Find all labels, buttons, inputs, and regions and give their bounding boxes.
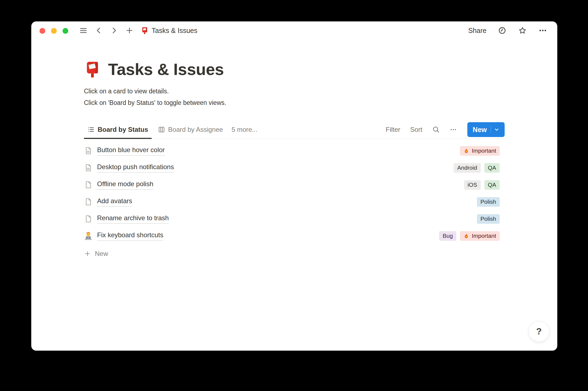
task-row[interactable]: Button blue hover color Important xyxy=(84,142,505,159)
sort-button[interactable]: Sort xyxy=(410,126,422,133)
page-postbox-emoji[interactable] xyxy=(84,61,101,78)
tab-label: Board by Assignee xyxy=(168,126,223,133)
more-options-icon[interactable] xyxy=(538,26,547,35)
filter-button[interactable]: Filter xyxy=(386,126,400,133)
tab-board-by-status[interactable]: Board by Status xyxy=(84,121,152,139)
page-blank-icon xyxy=(84,215,93,223)
task-list: Button blue hover color Important Deskto… xyxy=(84,142,505,262)
tag-polish[interactable]: Polish xyxy=(477,214,500,224)
tab-more-views[interactable]: 5 more... xyxy=(230,121,259,139)
tag-label: Important xyxy=(472,147,496,154)
add-new-task-button[interactable]: New xyxy=(84,245,505,262)
close-window-button[interactable] xyxy=(39,28,45,34)
page-blank-icon xyxy=(84,198,93,206)
help-button[interactable]: ? xyxy=(528,321,549,342)
tag-label: Polish xyxy=(480,216,496,222)
tag-label: Polish xyxy=(480,199,496,205)
add-new-task-label: New xyxy=(95,250,108,258)
search-icon[interactable] xyxy=(432,126,440,133)
task-row[interactable]: Offline mode polish iOS QA xyxy=(84,176,505,193)
flame-icon xyxy=(463,233,470,239)
task-row[interactable]: Add avatars Polish xyxy=(84,193,505,210)
page-with-text-icon xyxy=(84,147,93,155)
tag-label: Important xyxy=(472,233,496,239)
tag-polish[interactable]: Polish xyxy=(477,197,500,207)
titlebar-page-title[interactable]: Tasks & Issues xyxy=(152,27,197,35)
tag-label: QA xyxy=(488,164,496,171)
new-tab-plus-icon[interactable] xyxy=(125,26,134,35)
new-button-label: New xyxy=(473,126,491,134)
new-button[interactable]: New xyxy=(467,122,505,137)
tag-important[interactable]: Important xyxy=(460,231,500,241)
page-with-text-icon xyxy=(84,164,93,172)
history-clock-icon[interactable] xyxy=(497,26,507,35)
task-title[interactable]: Fix keyboard shortcuts xyxy=(97,231,163,241)
task-title[interactable]: Add avatars xyxy=(97,197,132,207)
page-description: Click on a card to view details. Click o… xyxy=(84,85,505,108)
description-line-1: Click on a card to view details. xyxy=(84,85,505,97)
page-title[interactable]: Tasks & Issues xyxy=(108,60,224,79)
task-title[interactable]: Rename archive to trash xyxy=(97,214,169,224)
tab-label: Board by Status xyxy=(98,126,148,133)
favorite-star-icon[interactable] xyxy=(518,26,527,35)
task-row[interactable]: Fix keyboard shortcuts Bug Important xyxy=(84,227,505,244)
tab-board-by-assignee[interactable]: Board by Assignee xyxy=(154,121,227,139)
page-content: Tasks & Issues Click on a card to view d… xyxy=(31,60,557,262)
page-postbox-icon xyxy=(141,27,148,34)
task-row[interactable]: Desktop push notifications Android QA xyxy=(84,159,505,176)
list-view-icon xyxy=(87,126,95,133)
page-blank-icon xyxy=(84,181,93,189)
tag-label: QA xyxy=(488,181,496,188)
tag-label: iOS xyxy=(468,181,477,188)
titlebar: Tasks & Issues Share xyxy=(31,21,557,40)
tag-bug[interactable]: Bug xyxy=(439,231,456,241)
flame-icon xyxy=(463,148,470,154)
tag-important[interactable]: Important xyxy=(460,146,500,156)
tag-label: Bug xyxy=(443,233,453,239)
plus-icon xyxy=(84,250,91,257)
view-toolbar: Board by Status Board by Assignee 5 more… xyxy=(84,121,505,139)
window-controls xyxy=(39,28,68,34)
tag-android[interactable]: Android xyxy=(454,163,480,173)
view-tabs: Board by Status Board by Assignee 5 more… xyxy=(84,121,259,139)
share-button[interactable]: Share xyxy=(468,27,487,35)
description-line-2: Click on 'Board by Status' to toggle bet… xyxy=(84,97,505,108)
task-title[interactable]: Desktop push notifications xyxy=(97,163,174,173)
tag-ios[interactable]: iOS xyxy=(464,180,481,190)
tag-qa[interactable]: QA xyxy=(484,163,500,173)
task-row[interactable]: Rename archive to trash Polish xyxy=(84,210,505,227)
task-title[interactable]: Offline mode polish xyxy=(97,180,153,190)
view-options-icon[interactable] xyxy=(450,126,457,133)
technologist-emoji-icon xyxy=(84,232,93,240)
board-view-icon xyxy=(158,126,165,133)
minimize-window-button[interactable] xyxy=(51,28,57,34)
back-icon[interactable] xyxy=(94,26,103,35)
zoom-window-button[interactable] xyxy=(63,28,68,34)
tab-label: 5 more... xyxy=(231,126,258,133)
forward-icon[interactable] xyxy=(109,26,119,35)
tag-label: Android xyxy=(457,164,477,171)
notion-window: Tasks & Issues Share Tasks & Issues Clic… xyxy=(31,21,557,351)
tag-qa[interactable]: QA xyxy=(484,180,500,190)
sidebar-menu-icon[interactable] xyxy=(79,26,88,35)
task-title[interactable]: Button blue hover color xyxy=(97,146,165,156)
chevron-down-icon[interactable] xyxy=(491,127,502,133)
